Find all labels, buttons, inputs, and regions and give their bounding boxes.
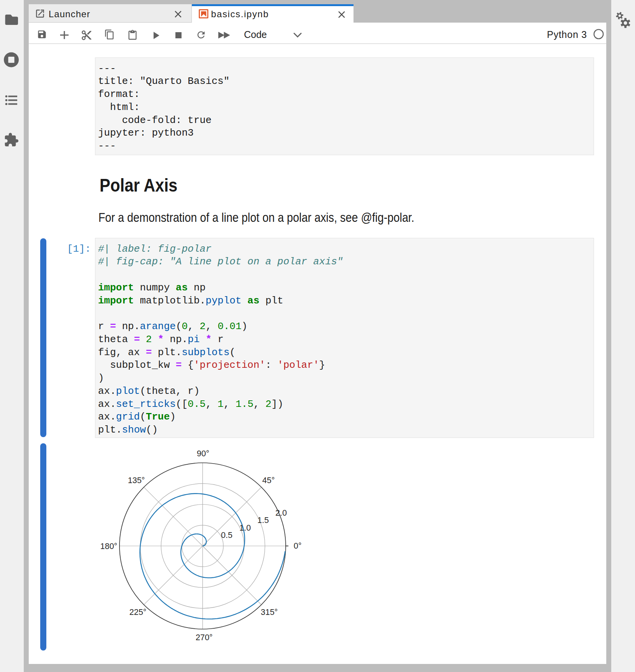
svg-text:1.0: 1.0 [239, 523, 251, 533]
svg-text:0.5: 0.5 [221, 531, 232, 540]
svg-text:180°: 180° [100, 542, 117, 551]
svg-text:225°: 225° [129, 608, 146, 617]
svg-text:0°: 0° [294, 541, 302, 551]
svg-text:270°: 270° [196, 633, 213, 642]
svg-text:45°: 45° [262, 476, 275, 485]
svg-text:2.0: 2.0 [275, 508, 287, 518]
svg-text:135°: 135° [128, 476, 145, 485]
svg-text:1.5: 1.5 [257, 516, 269, 525]
svg-text:90°: 90° [197, 449, 209, 458]
svg-text:315°: 315° [261, 608, 278, 617]
